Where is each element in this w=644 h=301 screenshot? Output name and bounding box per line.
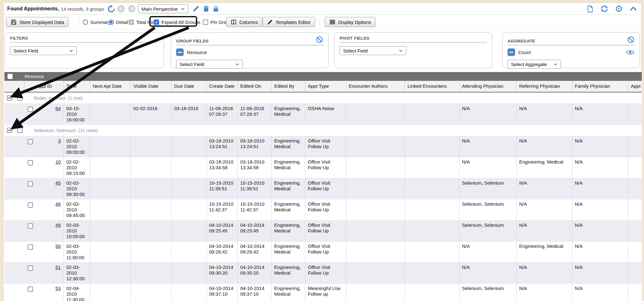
group-select-checkbox[interactable] <box>17 128 23 133</box>
filters-field-select[interactable]: Select Field <box>10 46 77 55</box>
cell-appt-re <box>628 178 642 199</box>
edit-perspective-button[interactable] <box>192 3 200 15</box>
row-select-checkbox[interactable] <box>28 287 33 292</box>
collapse-panel-button[interactable] <box>629 5 637 13</box>
appt-id-link[interactable]: 45 <box>55 180 64 186</box>
lock-perspective-button[interactable] <box>212 3 219 15</box>
column-header-select[interactable] <box>4 81 25 92</box>
settings-button[interactable]: ⚙ <box>615 4 623 14</box>
appt-id-link[interactable]: 50 <box>55 243 64 249</box>
column-header-visible-date[interactable]: Visible Date <box>131 81 172 92</box>
group-row: Butler, Internist(1 row) <box>4 92 642 104</box>
cell-edited-on: 11-06-2018 07:26:37 <box>238 104 272 125</box>
row-select-checkbox[interactable] <box>28 244 33 250</box>
column-header-encounter-authors[interactable]: Encounter Authors <box>346 81 405 92</box>
column-header-appt-id[interactable]: Appt ID <box>25 81 64 92</box>
remove-count-aggregate-button[interactable] <box>508 48 515 56</box>
column-header-edited-on[interactable]: Edited On <box>238 81 272 92</box>
cell-family-physician: N/A <box>572 178 628 199</box>
undo-button[interactable] <box>107 3 116 15</box>
column-header-create-date[interactable]: Create Date <box>207 81 238 92</box>
cell-family-physician: N/A <box>572 242 628 262</box>
clear-aggregate-button[interactable] <box>627 36 635 43</box>
row-select-checkbox[interactable] <box>28 160 33 165</box>
row-select-checkbox[interactable] <box>28 107 33 112</box>
perspective-select[interactable]: Main Perspective <box>138 4 188 13</box>
cell-encounter-authors <box>346 199 405 220</box>
column-header-due-date[interactable]: Due Date <box>172 81 207 92</box>
pivot-fields-select[interactable]: Select Field <box>340 46 406 55</box>
group-fields-select-value: Select Field <box>180 62 204 67</box>
appt-id-link[interactable]: 64 <box>55 106 64 111</box>
table-grid-icon <box>329 19 336 25</box>
total-row-checkbox[interactable] <box>129 20 134 25</box>
cell-appt-re <box>628 136 642 157</box>
column-header-linked-encounters[interactable]: Linked Encounters <box>405 81 459 92</box>
pin-groups-checkbox[interactable] <box>203 20 208 25</box>
row-select-checkbox[interactable] <box>28 202 33 208</box>
aggregate-select-value: Select Aggregate <box>511 62 547 67</box>
display-options-button[interactable]: Display Options <box>325 17 375 27</box>
cell-next-apt-date <box>90 263 131 283</box>
cell-referring-physician: N/A <box>517 104 572 125</box>
cell-time: 02-02-2010 09:30:00 <box>64 178 90 199</box>
detail-radio[interactable] <box>108 20 114 25</box>
chevron-up-icon <box>629 5 637 13</box>
column-header-appt-type[interactable]: Appt Type <box>305 81 346 92</box>
select-all-checkbox[interactable] <box>8 74 13 79</box>
cell-appt-id: 51 <box>4 263 64 283</box>
templates-editor-button[interactable]: Templates Editor <box>263 17 315 27</box>
summary-radio[interactable] <box>83 20 88 25</box>
appt-id-link[interactable]: 46 <box>55 201 64 207</box>
cell-create-date: 04-10-2014 09:37:10 <box>207 284 238 301</box>
appt-id-link[interactable]: 3 <box>58 138 64 144</box>
new-document-button[interactable] <box>586 5 594 13</box>
pivot-fields-title: PIVOT FIELDS <box>340 36 369 41</box>
row-select-checkbox[interactable] <box>28 265 33 271</box>
aggregate-select[interactable]: Select Aggregate <box>508 60 561 69</box>
grid-body: Butler, Internist(1 row)6403-15-2016 16:… <box>4 92 642 301</box>
cell-time: 02-02-2010 09:00:00 <box>64 136 90 157</box>
clear-group-fields-button[interactable] <box>316 36 323 43</box>
prev-perspective-button[interactable] <box>117 3 125 15</box>
columns-button[interactable]: Columns <box>226 17 262 27</box>
column-header-appt-re[interactable]: Appt Re <box>628 81 642 92</box>
row-select-checkbox[interactable] <box>28 139 33 144</box>
next-perspective-button[interactable] <box>128 3 136 15</box>
column-header-next-apt-date[interactable]: Next Apt Date <box>90 81 131 92</box>
cell-due-date <box>172 178 207 199</box>
group-fields-select[interactable]: Select Field <box>176 60 243 69</box>
appt-id-link[interactable]: 51 <box>55 265 64 270</box>
cell-edited-by: Engineering, Medical <box>272 284 305 301</box>
cell-create-date: 03-18-2010 13:34:58 <box>207 157 238 178</box>
refresh-button[interactable] <box>600 5 608 13</box>
cell-time: 02-02-2010 09:45:00 <box>64 199 90 220</box>
column-header-time[interactable]: Time <box>64 81 90 92</box>
cell-due-date <box>172 157 207 178</box>
toggle-count-visibility-button[interactable] <box>626 49 635 55</box>
group-row: Selenium, Selenium(11 rows) <box>4 125 642 136</box>
group-collapse-checkbox[interactable] <box>7 95 12 101</box>
expand-all-groups-checkbox[interactable] <box>154 20 159 25</box>
appt-id-link[interactable]: 53 <box>55 286 64 291</box>
aggregate-panel: AGGREGATE Count Select Aggregate <box>502 32 640 68</box>
group-collapse-checkbox[interactable] <box>7 128 12 133</box>
row-select-checkbox[interactable] <box>28 223 33 229</box>
appt-id-link[interactable]: 49 <box>55 222 64 228</box>
cell-edited-on: 10-15-2010 11:42:37 <box>238 199 272 220</box>
appt-id-link[interactable]: 10 <box>55 159 64 165</box>
column-header-edited-by[interactable]: Edited By <box>272 81 305 92</box>
expand-all-groups-label: Expand All Groups <box>161 20 200 25</box>
cell-encounter-authors <box>346 220 405 241</box>
aggregate-title: AGGREGATE <box>508 39 535 43</box>
row-select-checkbox[interactable] <box>28 181 33 187</box>
remove-resource-group-button[interactable] <box>176 48 184 56</box>
column-header-referring-physician[interactable]: Referring Physician <box>517 81 572 92</box>
store-displayed-data-button[interactable]: Store Displayed Data <box>6 17 69 27</box>
divider <box>102 4 102 13</box>
delete-perspective-button[interactable] <box>203 3 210 15</box>
cell-appt-id: 10 <box>4 157 64 178</box>
column-header-attending-physician[interactable]: Attending Physician <box>459 81 517 92</box>
column-header-family-physician[interactable]: Family Physician <box>572 81 628 92</box>
group-select-checkbox[interactable] <box>17 95 23 101</box>
